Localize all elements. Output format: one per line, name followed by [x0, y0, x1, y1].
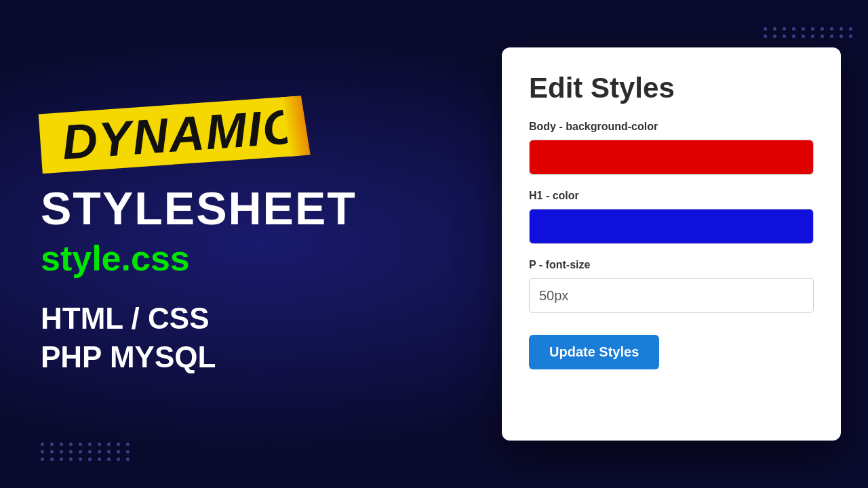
edit-card: Edit Styles Body - background-color H1 -…	[502, 47, 841, 441]
tech-line2: PHP MYSQL	[41, 338, 434, 376]
body-bg-color-bar	[530, 140, 813, 174]
dots-bottom-left	[41, 443, 132, 461]
h1-color-input[interactable]	[529, 209, 814, 244]
style-css-label: style.css	[41, 238, 434, 279]
stylesheet-label: STYLESHEET	[41, 185, 434, 231]
right-panel: Edit Styles Body - background-color H1 -…	[475, 27, 868, 461]
h1-color-group: H1 - color	[529, 190, 814, 244]
tech-stack: HTML / CSS PHP MYSQL	[41, 299, 434, 376]
left-panel: DYNAMIC STYLESHEET style.css HTML / CSS …	[0, 0, 475, 488]
dynamic-banner: DYNAMIC	[39, 96, 300, 174]
p-font-size-label: P - font-size	[529, 259, 814, 271]
body-bg-color-group: Body - background-color	[529, 121, 814, 175]
p-font-size-group: P - font-size	[529, 259, 814, 313]
h1-color-bar	[530, 209, 813, 243]
body-bg-color-input[interactable]	[529, 140, 814, 175]
tech-line1: HTML / CSS	[41, 299, 434, 338]
h1-color-label: H1 - color	[529, 190, 814, 202]
p-font-size-input[interactable]	[529, 278, 814, 313]
body-bg-color-label: Body - background-color	[529, 121, 814, 133]
main-container: DYNAMIC STYLESHEET style.css HTML / CSS …	[0, 0, 868, 488]
card-title: Edit Styles	[529, 72, 814, 104]
dots-top-right	[764, 27, 854, 38]
dynamic-label: DYNAMIC	[60, 99, 301, 169]
update-styles-button[interactable]: Update Styles	[529, 335, 659, 369]
